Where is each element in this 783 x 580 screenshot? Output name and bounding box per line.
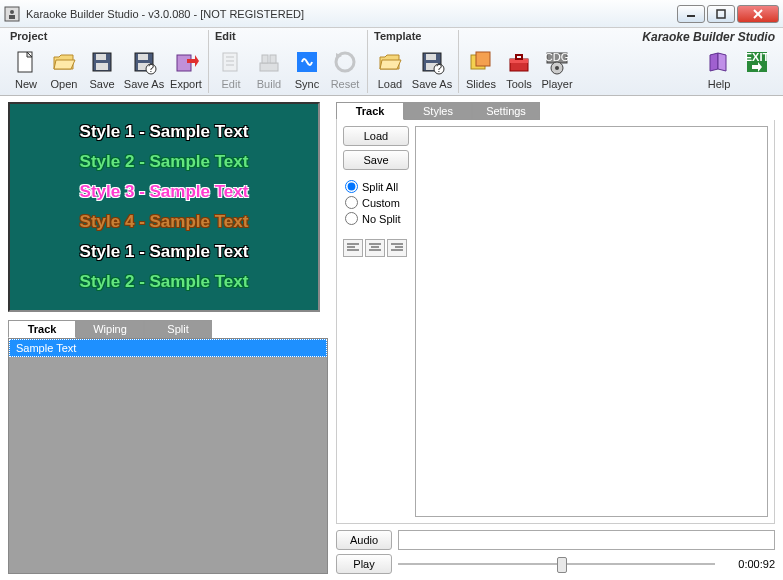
load-track-button[interactable]: Load (343, 126, 409, 146)
new-file-icon (12, 48, 40, 76)
svg-point-1 (10, 10, 14, 14)
svg-text:?: ? (148, 62, 154, 74)
window-buttons (677, 5, 779, 23)
group-project-label: Project (8, 30, 204, 44)
slides-button[interactable]: Slides (463, 44, 499, 93)
svg-text:EXIT: EXIT (745, 51, 770, 63)
tab-track-right[interactable]: Track (336, 102, 404, 120)
track-listbox[interactable]: Sample Text (8, 338, 328, 574)
export-icon (172, 48, 200, 76)
right-tabs: Track Styles Settings (336, 102, 775, 120)
titlebar: Karaoke Builder Studio - v3.0.080 - [NOT… (0, 0, 783, 28)
save-track-button[interactable]: Save (343, 150, 409, 170)
folder-open-icon (50, 48, 78, 76)
align-right-button[interactable] (387, 239, 407, 257)
toolbar: Karaoke Builder Studio Project New Open … (0, 28, 783, 96)
maximize-button[interactable] (707, 5, 735, 23)
preview-area: Style 1 - Sample Text Style 2 - Sample T… (8, 102, 320, 312)
build-icon (255, 48, 283, 76)
slider-thumb[interactable] (557, 557, 567, 573)
radio-split-all[interactable]: Split All (345, 180, 409, 193)
group-misc: Slides Tools CDGPlayer (459, 30, 579, 93)
radio-no-split[interactable]: No Split (345, 212, 409, 225)
exit-button[interactable]: EXIT (739, 44, 775, 93)
svg-rect-29 (426, 54, 436, 60)
align-buttons (343, 239, 409, 257)
close-button[interactable] (737, 5, 779, 23)
svg-rect-22 (260, 63, 278, 71)
tools-button[interactable]: Tools (501, 44, 537, 93)
content: Style 1 - Sample Text Style 2 - Sample T… (0, 96, 783, 580)
app-icon (4, 6, 20, 22)
group-template: Template Load ?Save As (368, 30, 459, 93)
sync-icon (293, 48, 321, 76)
help-book-icon (705, 48, 733, 76)
track-panel: Load Save Split All Custom No Split (336, 120, 775, 524)
open-button[interactable]: Open (46, 44, 82, 93)
svg-rect-34 (476, 52, 490, 66)
list-item[interactable]: Sample Text (9, 339, 327, 357)
folder-open-icon (376, 48, 404, 76)
svg-rect-18 (223, 53, 237, 71)
player-icon: CDG (543, 48, 571, 76)
load-template-button[interactable]: Load (372, 44, 408, 93)
preview-line: Style 1 - Sample Text (80, 122, 249, 142)
play-button[interactable]: Play (336, 554, 392, 574)
timecode: 0:00:92 (721, 558, 775, 570)
player-button[interactable]: CDGPlayer (539, 44, 575, 93)
floppy-saveas-icon: ? (130, 48, 158, 76)
reset-button[interactable]: Reset (327, 44, 363, 93)
align-left-button[interactable] (343, 239, 363, 257)
floppy-icon (88, 48, 116, 76)
lyric-textbox[interactable] (415, 126, 768, 517)
exit-icon: EXIT (743, 48, 771, 76)
brand-label: Karaoke Builder Studio (642, 30, 775, 44)
group-edit-label: Edit (213, 30, 363, 44)
svg-rect-10 (96, 54, 106, 60)
audio-path-field[interactable] (398, 530, 775, 550)
left-pane: Style 1 - Sample Text Style 2 - Sample T… (0, 96, 334, 580)
minimize-button[interactable] (677, 5, 705, 23)
tab-split[interactable]: Split (144, 320, 212, 338)
tab-wiping[interactable]: Wiping (76, 320, 144, 338)
tab-styles[interactable]: Styles (404, 102, 472, 120)
tab-settings[interactable]: Settings (472, 102, 540, 120)
svg-rect-2 (9, 15, 15, 19)
right-pane: Track Styles Settings Load Save Split Al… (334, 96, 783, 580)
floppy-saveas-icon: ? (418, 48, 446, 76)
sync-button[interactable]: Sync (289, 44, 325, 93)
group-project: Project New Open Save ?Save As Export (4, 30, 209, 93)
track-controls: Load Save Split All Custom No Split (343, 126, 409, 517)
tab-track[interactable]: Track (8, 320, 76, 338)
window-title: Karaoke Builder Studio - v3.0.080 - [NOT… (26, 8, 677, 20)
new-button[interactable]: New (8, 44, 44, 93)
playback-slider[interactable] (398, 554, 715, 574)
build-button[interactable]: Build (251, 44, 287, 93)
preview-line: Style 2 - Sample Text (80, 272, 249, 292)
align-center-button[interactable] (365, 239, 385, 257)
edit-button[interactable]: Edit (213, 44, 249, 93)
preview-line: Style 4 - Sample Text (80, 212, 249, 232)
save-button[interactable]: Save (84, 44, 120, 93)
svg-text:?: ? (436, 62, 442, 74)
left-tabs: Track Wiping Split (8, 320, 328, 338)
svg-rect-24 (270, 55, 276, 63)
svg-rect-23 (262, 55, 268, 63)
export-button[interactable]: Export (168, 44, 204, 93)
svg-rect-11 (96, 63, 108, 70)
help-button[interactable]: Help (701, 44, 737, 93)
preview-line: Style 1 - Sample Text (80, 242, 249, 262)
svg-text:CDG: CDG (545, 51, 569, 63)
preview-line: Style 3 - Sample Text (80, 182, 249, 202)
bottom-controls: Audio Play 0:00:92 (336, 530, 775, 574)
edit-icon (217, 48, 245, 76)
split-radio-group: Split All Custom No Split (343, 180, 409, 225)
saveas-template-button[interactable]: ?Save As (410, 44, 454, 93)
audio-button[interactable]: Audio (336, 530, 392, 550)
radio-custom[interactable]: Custom (345, 196, 409, 209)
svg-rect-4 (717, 10, 725, 18)
svg-point-41 (555, 66, 559, 70)
reset-icon (331, 48, 359, 76)
saveas-button[interactable]: ?Save As (122, 44, 166, 93)
group-edit: Edit Edit Build Sync Reset (209, 30, 368, 93)
